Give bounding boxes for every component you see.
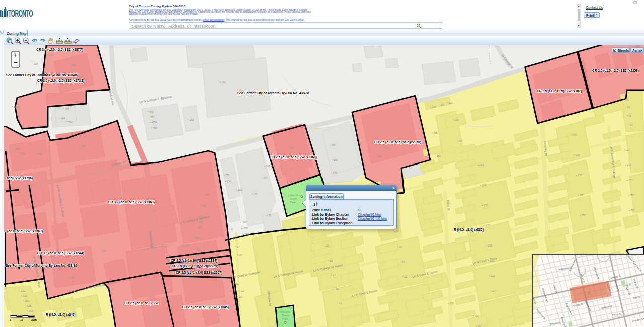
svg-text:• 76: • 76 [624, 98, 628, 101]
svg-text:Smith: Smith [290, 197, 297, 200]
svg-text:• 287: • 287 [151, 246, 157, 249]
svg-text:• 30: • 30 [267, 214, 271, 217]
svg-text:• 207: • 207 [439, 103, 445, 106]
svg-text:• 205: • 205 [447, 101, 453, 104]
svg-text:• 222: • 222 [48, 53, 54, 56]
svg-text:• 12: • 12 [403, 275, 407, 278]
svg-text:• 255: • 255 [224, 174, 230, 177]
svg-text:• 253: • 253 [225, 180, 231, 183]
svg-text:• 239: • 239 [288, 146, 294, 149]
svg-text:Park: Park [282, 317, 288, 320]
svg-text:• 183: • 183 [330, 143, 336, 146]
svg-text:• 213: • 213 [629, 209, 635, 212]
svg-text:• 27: • 27 [235, 245, 240, 248]
svg-text:• 460: • 460 [197, 221, 203, 224]
svg-text:• 285 1/2: • 285 1/2 [158, 244, 169, 247]
svg-text:CR 3.0 (c2.0; r2.5) SS2 (x236: CR 3.0 (c2.0; r2.5) SS2 (x2363) [108, 200, 155, 204]
svg-text:• 32C: • 32C [23, 299, 30, 302]
svg-text:• 464: • 464 [200, 204, 206, 207]
svg-text:• 255: • 255 [432, 131, 438, 134]
svg-text:• 21: • 21 [325, 244, 329, 247]
svg-text:• 289: • 289 [143, 248, 149, 251]
svg-text:• 458: • 458 [196, 226, 202, 229]
svg-text:• 215: • 215 [628, 194, 634, 197]
svg-text:• 237: • 237 [576, 174, 582, 177]
svg-text:• 384: • 384 [243, 233, 249, 236]
svg-text:• 452: • 452 [195, 248, 201, 251]
svg-text:• 216: • 216 [453, 118, 459, 121]
svg-text:See Former City of Toronto By-: See Former City of Toronto By-Law No. 43… [6, 73, 78, 77]
svg-text:• 241: • 241 [478, 164, 484, 167]
svg-text:0: 0 [10, 318, 11, 321]
svg-text:• 243: • 243 [262, 176, 268, 179]
svg-text:• 484: • 484 [59, 117, 65, 120]
svg-text:• 217: • 217 [627, 179, 633, 182]
svg-text:• 38B: • 38B [242, 227, 248, 230]
svg-text:• 32B: • 32B [25, 304, 32, 307]
svg-text:• 72: • 72 [627, 114, 631, 117]
svg-text:R (f4.5; d1.0) (x835): R (f4.5; d1.0) (x835) [454, 228, 484, 232]
svg-text:• 215: • 215 [376, 154, 382, 157]
svg-text:• 233: • 233 [486, 244, 492, 247]
svg-text:• 450: • 450 [194, 253, 200, 256]
svg-text:• 18: • 18 [237, 295, 242, 298]
svg-text:r2.5) SS2 (x1796): r2.5) SS2 (x1796) [7, 176, 33, 180]
svg-text:• 70: • 70 [628, 123, 632, 126]
svg-text:TORONTO: TORONTO [8, 8, 33, 19]
svg-text:• 457: • 457 [149, 115, 155, 118]
svg-text:10: 10 [20, 318, 23, 321]
svg-text:Glasgow: Glasgow [280, 310, 290, 313]
svg-text:• 502: • 502 [70, 64, 76, 67]
svg-text:• 251: • 251 [236, 188, 243, 191]
svg-text:• 455A: • 455A [150, 121, 157, 124]
svg-text:CR 2.5 (c2.0; r2.0) SS2 (x226: CR 2.5 (c2.0; r2.0) SS2 (x2267) [176, 271, 222, 275]
svg-text:• 19: • 19 [328, 259, 333, 262]
svg-text:• 32: • 32 [229, 228, 233, 231]
svg-text:CR 2.5 (c1.0; r2.5) SS2 (x182: CR 2.5 (c1.0; r2.5) SS2 (x182) [537, 89, 582, 93]
svg-text:• 251: • 251 [435, 154, 441, 157]
svg-text:• 284: • 284 [19, 152, 25, 155]
svg-text:• 14: • 14 [400, 260, 405, 263]
svg-text:• 8: • 8 [217, 313, 220, 316]
svg-text:• 209: • 209 [430, 105, 436, 108]
svg-text:• 288: • 288 [14, 147, 20, 150]
svg-text:• 227: • 227 [491, 289, 497, 292]
svg-text:CR 3.0 (c2.0; r2.5) SS2 (x187: CR 3.0 (c2.0; r2.5) SS2 (x1877) [36, 48, 83, 52]
svg-text:• 459: • 459 [148, 110, 154, 113]
svg-text:• 455: • 455 [151, 126, 157, 129]
svg-text:• 252: • 252 [188, 118, 194, 121]
svg-text:• 22: • 22 [234, 282, 239, 285]
svg-text:• 221: • 221 [624, 148, 630, 151]
svg-text:• 152: • 152 [476, 324, 482, 327]
svg-text:• 74: • 74 [625, 106, 630, 109]
svg-text:• 237: • 237 [482, 204, 488, 207]
svg-text:(c2.0; r2.5) SS2 (x2363): (c2.0; r2.5) SS2 (x2363) [7, 229, 43, 233]
svg-text:• 32D: • 32D [21, 294, 28, 297]
svg-text:CR 2.5 (c1.0; r2.5) SS2 (x235: CR 2.5 (c1.0; r2.5) SS2 (x2359) [592, 69, 639, 73]
svg-text:Lillian H. •: Lillian H. • [288, 194, 301, 197]
svg-text:• 448: • 448 [191, 264, 197, 267]
svg-text:• 235: • 235 [578, 194, 584, 197]
svg-text:• 32A: • 32A [27, 309, 34, 312]
svg-text:• 12: • 12 [221, 299, 226, 302]
svg-text:• 480: • 480 [67, 120, 73, 123]
svg-text:• 486: • 486 [63, 107, 69, 110]
svg-text:• 17: • 17 [331, 273, 336, 276]
svg-text:• 462: • 462 [198, 215, 204, 218]
svg-text:CR 2.5 (c2.0; r2.0) SS2: CR 2.5 (c2.0; r2.0) SS2 [124, 301, 159, 305]
svg-text:CR 2.5 (c1.0; r2.5) SS2 (x236: CR 2.5 (c1.0; r2.5) SS2 (x2360) [270, 155, 317, 159]
svg-text:• 231: • 231 [488, 259, 494, 262]
svg-text:See Former City of Toronto By-: See Former City of Toronto By-Law No. 43… [237, 91, 309, 95]
svg-text:See Former City of Toronto By-: See Former City of Toronto By-Law No. 43… [6, 264, 77, 268]
svg-text:• 239: • 239 [480, 184, 487, 187]
svg-text:• 18: • 18 [394, 230, 399, 233]
svg-text:• 245: • 245 [252, 192, 258, 195]
svg-text:• 181: • 181 [332, 158, 338, 161]
svg-text:CR 2.5 (c1.0; r2.5) SS2 (x236: CR 2.5 (c1.0; r2.5) SS2 (x2360) [374, 140, 421, 144]
svg-text:• 38C: • 38C [240, 221, 247, 224]
svg-text:• 291: • 291 [101, 249, 107, 252]
svg-text:• 245-247: • 245-247 [264, 165, 275, 168]
svg-text:• 32E: • 32E [19, 289, 26, 292]
svg-text:• 229: • 229 [489, 274, 495, 277]
svg-text:Street: Street [282, 314, 289, 317]
